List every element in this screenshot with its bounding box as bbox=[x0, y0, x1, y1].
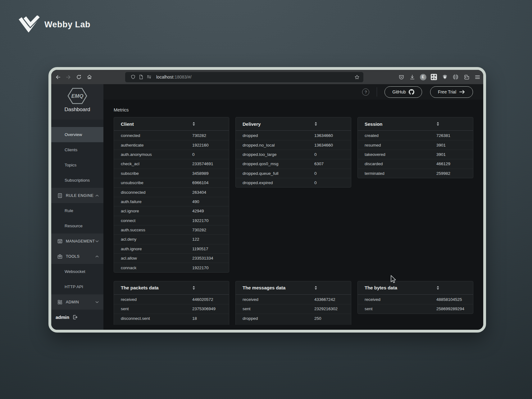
metric-value: 1922170 bbox=[192, 265, 222, 270]
chevron-up-icon bbox=[95, 194, 99, 197]
pocket-icon[interactable] bbox=[398, 73, 405, 81]
table-header[interactable]: Client bbox=[114, 117, 229, 131]
shield-lock-icon[interactable] bbox=[441, 73, 448, 81]
emqx-dashboard-app: EMQ Dashboard OverviewClientsTopicsSubsc… bbox=[51, 84, 483, 330]
metric-row: sent258699289294 bbox=[358, 304, 473, 313]
metric-value: 233574691 bbox=[192, 161, 222, 166]
download-icon[interactable] bbox=[409, 73, 416, 81]
sidebar-item-clients[interactable]: Clients bbox=[51, 142, 103, 157]
table-header[interactable]: The packets data bbox=[114, 281, 229, 295]
metric-value: 259982 bbox=[436, 171, 466, 176]
back-icon[interactable] bbox=[52, 72, 63, 82]
sidebar-item-overview[interactable]: Overview bbox=[51, 127, 103, 142]
puzzle-icon[interactable] bbox=[463, 73, 470, 81]
metric-row: dropped.expired0 bbox=[236, 178, 351, 187]
free-trial-button[interactable]: Free Trial bbox=[430, 86, 473, 98]
metric-value: 263404 bbox=[192, 190, 222, 195]
panel-icon bbox=[57, 239, 62, 244]
sort-icon[interactable] bbox=[436, 286, 466, 290]
page-info-icon[interactable] bbox=[137, 75, 145, 79]
forward-icon[interactable] bbox=[63, 72, 74, 82]
metric-row: sent2329216302 bbox=[236, 304, 351, 313]
webby-lab-logo: Webby Lab bbox=[19, 16, 90, 34]
extension-badge-icon[interactable]: E bbox=[420, 73, 426, 81]
brand-name: Webby Lab bbox=[44, 20, 90, 29]
url-bar[interactable]: localhost:18083/#/ bbox=[125, 72, 363, 82]
table-title: Session bbox=[365, 121, 436, 127]
metric-label: dropped.no_local bbox=[243, 143, 314, 147]
sidebar-nav: OverviewClientsTopicsSubscriptionsRULE E… bbox=[51, 127, 103, 310]
metric-value: 0 bbox=[314, 180, 344, 185]
globe-icon[interactable] bbox=[452, 73, 459, 81]
sidebar-item-tools[interactable]: TOOLS bbox=[51, 249, 103, 264]
metric-label: dropped bbox=[243, 316, 314, 321]
metrics-page: Metrics Clientconnected730282authenticat… bbox=[103, 100, 483, 325]
metric-row: auth.anonymous0 bbox=[114, 150, 229, 159]
table-title: The bytes data bbox=[365, 285, 436, 290]
bookmark-star-icon[interactable] bbox=[354, 75, 360, 80]
permissions-icon[interactable] bbox=[145, 74, 153, 80]
metric-label: connect bbox=[121, 218, 192, 223]
sidebar-item-topics[interactable]: Topics bbox=[51, 157, 103, 173]
table-title: Delivery bbox=[243, 121, 314, 127]
metric-label: disconnect.sent bbox=[121, 316, 192, 321]
emq-logo-block[interactable]: EMQ Dashboard bbox=[51, 84, 103, 120]
sidebar-item-admin[interactable]: ADMIN bbox=[51, 294, 103, 310]
metric-row: acl.deny122 bbox=[114, 234, 229, 244]
qr-code-icon[interactable] bbox=[430, 73, 437, 81]
sidebar-item-websocket[interactable]: Websocket bbox=[51, 264, 103, 279]
metric-label: created bbox=[365, 133, 436, 138]
metric-label: acl.ignore bbox=[121, 209, 192, 213]
table-header[interactable]: Session bbox=[358, 117, 473, 131]
sort-icon[interactable] bbox=[314, 122, 344, 126]
refresh-icon[interactable] bbox=[74, 72, 84, 82]
metric-row: takeovered3901 bbox=[358, 150, 473, 159]
sort-icon[interactable] bbox=[192, 286, 222, 290]
webby-lab-mark-icon bbox=[19, 16, 40, 34]
metric-value: 13634660 bbox=[314, 143, 344, 147]
metric-row: dropped.no_local13634660 bbox=[236, 140, 351, 149]
browser-toolbar: localhost:18083/#/ E bbox=[51, 70, 483, 84]
metric-value: 3901 bbox=[436, 143, 466, 147]
url-text[interactable]: localhost:18083/#/ bbox=[156, 75, 192, 79]
sidebar-item-label: ADMIN bbox=[66, 300, 79, 304]
table-header[interactable]: Delivery bbox=[236, 117, 351, 131]
metrics-table-the-messages-data: The messages datareceived433667242sent23… bbox=[235, 281, 351, 325]
metric-row: check_acl233574691 bbox=[114, 159, 229, 168]
sidebar-item-resource[interactable]: Resource bbox=[51, 218, 103, 234]
metric-label: disconnected bbox=[121, 190, 192, 195]
metric-value: 446020572 bbox=[192, 297, 222, 302]
sidebar-item-label: TOOLS bbox=[66, 254, 80, 259]
metric-value: 730282 bbox=[192, 133, 222, 138]
metric-label: auth.ignore bbox=[121, 247, 192, 251]
table-header[interactable]: The bytes data bbox=[358, 281, 473, 295]
menu-icon[interactable] bbox=[474, 73, 481, 81]
help-icon[interactable]: ? bbox=[362, 88, 369, 96]
sidebar-item-http-api[interactable]: HTTP API bbox=[51, 279, 103, 294]
metric-row: acl.allow233531334 bbox=[114, 253, 229, 263]
metric-row: received48858104525 bbox=[358, 295, 473, 304]
metric-value: 2329216302 bbox=[314, 306, 344, 311]
sidebar-item-rule[interactable]: Rule bbox=[51, 203, 103, 218]
home-icon[interactable] bbox=[84, 72, 95, 82]
metric-label: received bbox=[121, 297, 192, 302]
metric-row: terminated259982 bbox=[358, 169, 473, 178]
chevron-down-icon bbox=[95, 240, 99, 243]
sidebar-user[interactable]: admin bbox=[51, 310, 103, 325]
sidebar-item-label: Rule bbox=[65, 208, 73, 213]
sidebar-item-management[interactable]: MANAGEMENT bbox=[51, 234, 103, 249]
sidebar-item-rule-engine[interactable]: RULE ENGINE bbox=[51, 188, 103, 203]
sidebar-item-subscriptions[interactable]: Subscriptions bbox=[51, 173, 103, 188]
table-header[interactable]: The messages data bbox=[236, 281, 351, 295]
logout-icon[interactable] bbox=[72, 315, 78, 320]
metric-value: 2375306949 bbox=[192, 306, 222, 311]
metric-value: 466129 bbox=[436, 161, 466, 166]
sidebar-item-label: HTTP API bbox=[65, 284, 83, 289]
sort-icon[interactable] bbox=[192, 122, 222, 126]
sort-icon[interactable] bbox=[436, 122, 466, 126]
github-button[interactable]: GitHub bbox=[384, 86, 422, 98]
sidebar-item-label: Overview bbox=[65, 132, 82, 137]
shield-icon[interactable] bbox=[129, 75, 137, 80]
sort-icon[interactable] bbox=[314, 286, 344, 290]
metric-value: 3901 bbox=[436, 152, 466, 157]
